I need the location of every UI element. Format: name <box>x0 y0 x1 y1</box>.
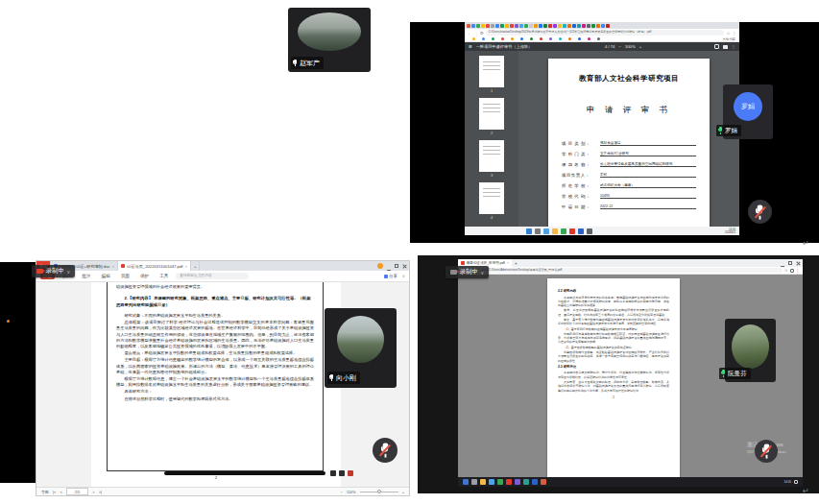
bookmark-item[interactable] <box>559 37 562 40</box>
floating-share-bar[interactable] <box>164 471 325 475</box>
browser-tab[interactable] <box>577 24 581 28</box>
floating-bar-icon[interactable] <box>339 470 345 476</box>
browser-tab[interactable] <box>534 24 538 28</box>
nav-pane-toggle[interactable]: 导航 <box>41 490 49 494</box>
bookmark-item[interactable] <box>492 37 494 40</box>
more-tools-icon[interactable]: ∨ <box>402 274 405 278</box>
forward-icon[interactable]: → <box>474 31 479 36</box>
browser-tab[interactable] <box>596 24 600 28</box>
webcam-tile[interactable]: 阮曼芬 <box>725 319 776 382</box>
browser-tab[interactable] <box>515 24 518 28</box>
address-input[interactable]: C:/Users/xiaolao/Desktop/2023年度科研处推荐申报人文… <box>486 30 725 36</box>
taskbar-icon[interactable] <box>523 479 529 485</box>
floating-bar-icon[interactable] <box>330 470 336 476</box>
print-icon[interactable] <box>723 45 728 49</box>
browser-tab[interactable] <box>553 24 557 28</box>
tab-close-icon[interactable]: × <box>112 264 114 269</box>
taskbar-icon[interactable] <box>535 228 541 234</box>
recording-indicator[interactable]: 录制中 ∨ <box>446 266 489 278</box>
ribbon-tab[interactable]: 页面 <box>118 273 132 279</box>
taskbar-icon[interactable] <box>463 479 469 485</box>
pdf-more-icon[interactable]: ⋮ <box>732 44 735 49</box>
taskbar-icon[interactable] <box>532 479 538 485</box>
taskbar-icon[interactable] <box>506 479 512 485</box>
browser-tab[interactable] <box>491 24 494 28</box>
tab-pdf-active[interactable]: 论证活页_20220311001047.pdf × <box>118 261 191 271</box>
browser-tab[interactable] <box>510 24 514 28</box>
browser-tab[interactable] <box>558 24 562 28</box>
zoom-out-icon[interactable]: − <box>340 490 342 494</box>
browser-tab[interactable] <box>495 24 499 28</box>
bookmark-item[interactable] <box>588 37 590 40</box>
new-tab-button[interactable]: + <box>512 259 520 267</box>
browser-menu-icon[interactable]: ⋮ <box>733 31 737 36</box>
webcam-tile[interactable]: 向小刚 <box>325 308 397 388</box>
taskbar-icon[interactable] <box>578 228 584 234</box>
next-page-icon[interactable]: > <box>92 490 94 494</box>
zoom-slider[interactable] <box>360 492 398 492</box>
browser-tab[interactable] <box>563 24 566 28</box>
new-tab-button[interactable]: + <box>191 261 200 271</box>
browser-tab[interactable] <box>524 24 528 28</box>
chevron-down-icon[interactable]: ∨ <box>67 269 71 275</box>
avatar-tile[interactable]: 罗娟 罗娟 <box>723 84 773 139</box>
notification-center-icon[interactable] <box>794 480 798 484</box>
page-indicator[interactable]: 2/5 <box>66 488 89 495</box>
tray-clock[interactable]: 14:05 2023/6/2 <box>725 228 735 234</box>
minimize-button[interactable] <box>387 270 391 271</box>
browser-tab[interactable] <box>543 24 547 28</box>
browser-tab[interactable] <box>601 24 605 28</box>
browser-tab[interactable] <box>567 24 571 28</box>
browser-tab[interactable] <box>572 24 576 28</box>
chevron-down-icon[interactable]: ∨ <box>481 270 485 276</box>
taskbar-icon[interactable] <box>480 479 486 485</box>
ribbon-tab[interactable]: 编辑 <box>99 273 113 279</box>
ribbon-tab[interactable]: 工具 <box>157 273 171 279</box>
bookmark-star-icon[interactable]: ☆ <box>726 31 730 36</box>
share-button[interactable]: 分享 <box>384 274 397 278</box>
back-icon[interactable]: ← <box>468 31 472 36</box>
taskbar-icon[interactable] <box>471 479 477 485</box>
muted-mic-indicator[interactable] <box>373 438 397 463</box>
taskbar-icon[interactable] <box>561 228 566 234</box>
muted-mic-indicator[interactable] <box>748 200 772 224</box>
thumbnail-item[interactable]: 2 <box>465 98 518 135</box>
browser-tab[interactable] <box>539 24 542 28</box>
user-avatar[interactable] <box>377 263 383 269</box>
bookmark-item[interactable] <box>540 37 542 40</box>
download-icon[interactable] <box>714 44 719 49</box>
close-button[interactable] <box>796 261 800 265</box>
other-bookmarks[interactable]: 其他书签 <box>722 37 735 41</box>
pdf-viewport[interactable]: 教育部人文社会科学研究项目 申 请 评 审 书 项 目 类 别： 规划基金项目 … <box>518 51 739 227</box>
recording-indicator[interactable]: 录制中 ∨ <box>32 265 75 277</box>
maximize-button[interactable] <box>395 264 398 268</box>
bookmark-item[interactable] <box>530 37 533 40</box>
minimize-button[interactable] <box>781 266 784 267</box>
taskbar-icon[interactable] <box>489 479 494 485</box>
ribbon-tab[interactable]: 保护 <box>137 273 152 279</box>
browser-tab[interactable] <box>476 24 480 28</box>
pdf-menu-icon[interactable]: ☰ <box>469 44 472 49</box>
taskbar-icon[interactable] <box>543 228 549 234</box>
first-page-icon[interactable]: |< <box>53 490 56 494</box>
pdf-page-indicator[interactable]: 4 / 74 <box>605 44 614 49</box>
last-page-icon[interactable]: >| <box>99 490 102 494</box>
taskbar-icon[interactable] <box>497 479 503 485</box>
tab-close-icon[interactable]: × <box>184 264 186 269</box>
bookmark-item[interactable] <box>549 37 552 40</box>
search-input[interactable]: 查找和定位 文档内容 <box>176 273 249 279</box>
browser-tab[interactable] <box>587 24 590 28</box>
taskbar-icon[interactable] <box>569 228 575 234</box>
browser-tab[interactable] <box>500 24 504 28</box>
ribbon-tab[interactable]: 批注 <box>79 273 93 279</box>
browser-tab[interactable] <box>481 24 485 28</box>
prev-page-icon[interactable]: < <box>60 490 61 494</box>
browser-tab[interactable] <box>548 24 552 28</box>
browser-tab[interactable] <box>606 24 610 28</box>
bookmark-item[interactable] <box>597 37 600 40</box>
reload-icon[interactable]: ⟳ <box>480 31 484 36</box>
browser-tab[interactable] <box>582 24 586 28</box>
zoom-out-icon[interactable]: − <box>618 44 620 49</box>
browser-menu-icon[interactable]: ⋮ <box>796 268 800 273</box>
browser-tab[interactable] <box>471 24 475 28</box>
